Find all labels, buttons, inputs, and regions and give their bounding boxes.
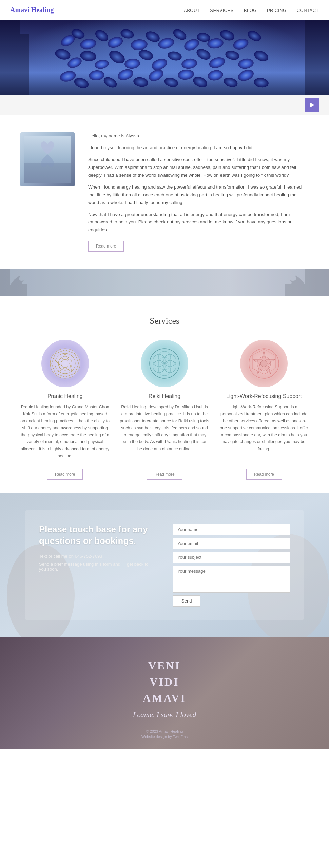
svg-point-21 — [124, 58, 140, 70]
pranic-read-more-button[interactable]: Read more — [47, 469, 83, 480]
about-text: Hello, my name is Alyssa. I found myself… — [88, 132, 309, 252]
pranic-name: Pranic Healing — [47, 393, 83, 399]
contact-phone-label: Text or call me on 646-752-7693 — [39, 554, 156, 559]
svg-point-3 — [93, 27, 110, 43]
svg-point-65 — [164, 360, 176, 373]
svg-point-38 — [163, 76, 179, 89]
about-para3: When I found energy healing and saw the … — [88, 183, 309, 207]
svg-point-36 — [133, 76, 149, 88]
nav-blog[interactable]: BLOG — [244, 8, 257, 13]
svg-point-22 — [137, 48, 154, 62]
contact-form: Send — [173, 524, 290, 607]
footer-design: Website design by TwinFins — [141, 735, 188, 739]
svg-point-64 — [153, 360, 165, 373]
svg-rect-45 — [0, 20, 20, 95]
pranic-desc: Pranic Healing founded by Grand Master C… — [20, 403, 110, 459]
play-section — [0, 95, 329, 115]
svg-point-4 — [106, 35, 124, 50]
nav-links: ABOUT SERVICES BLOG PRICING CONTACT — [184, 7, 319, 13]
svg-point-20 — [107, 48, 127, 66]
svg-rect-48 — [307, 31, 315, 95]
svg-point-29 — [237, 57, 255, 70]
svg-point-34 — [102, 75, 118, 90]
svg-rect-51 — [0, 269, 329, 296]
svg-point-43 — [236, 67, 255, 83]
svg-point-2 — [79, 38, 97, 51]
svg-point-26 — [195, 47, 212, 62]
svg-point-32 — [73, 76, 90, 90]
contact-left: Please touch base for any questions or b… — [39, 524, 156, 574]
navigation: Amavi Healing ABOUT SERVICES BLOG PRICIN… — [0, 0, 329, 20]
svg-rect-47 — [19, 34, 29, 95]
nav-services[interactable]: SERVICES — [210, 8, 234, 13]
footer-veni: VENI VIDI AMAVI — [143, 657, 186, 706]
svg-point-44 — [253, 77, 269, 88]
contact-email-input[interactable] — [173, 538, 290, 549]
service-card-lightwork: Light-Work-Refocusing Support Light-Work… — [219, 340, 309, 480]
svg-point-19 — [94, 59, 110, 70]
svg-point-15 — [246, 29, 263, 43]
nav-logo[interactable]: Amavi Healing — [10, 6, 54, 14]
svg-point-41 — [207, 69, 224, 82]
footer-copyright: © 2023 Amavi Healing — [146, 729, 183, 733]
svg-point-28 — [224, 49, 240, 61]
svg-point-24 — [167, 50, 182, 62]
svg-point-25 — [181, 58, 198, 70]
contact-name-input[interactable] — [173, 524, 290, 535]
contact-extra: Send a brief message using this form and… — [39, 561, 156, 572]
lightwork-name: Light-Work-Refocusing Support — [226, 393, 302, 399]
play-button[interactable] — [305, 98, 319, 112]
svg-point-70 — [260, 360, 267, 367]
svg-point-39 — [177, 68, 195, 81]
pranic-icon — [41, 340, 89, 387]
svg-point-16 — [54, 47, 72, 61]
services-grid: Pranic Healing Pranic Healing founded by… — [20, 340, 309, 480]
service-card-pranic: Pranic Healing Pranic Healing founded by… — [20, 340, 110, 480]
svg-point-27 — [208, 55, 227, 70]
svg-point-18 — [79, 50, 97, 62]
lightwork-desc: Light-Work-Refocusing Support is a perso… — [219, 403, 309, 459]
footer: VENI VIDI AMAVI I came, I saw, I loved ©… — [0, 637, 329, 749]
service-card-reiki: Reiki Healing Reiki Healing, developed b… — [120, 340, 209, 480]
svg-point-6 — [130, 39, 148, 51]
contact-phone: 646-752-7693 — [75, 554, 102, 559]
svg-point-42 — [222, 76, 239, 89]
butterfly-decoration — [0, 20, 329, 95]
about-read-more-button[interactable]: Read more — [88, 241, 124, 252]
contact-heading: Please touch base for any questions or b… — [39, 524, 156, 547]
contact-inner: Please touch base for any questions or b… — [25, 510, 304, 620]
lightwork-read-more-button[interactable]: Read more — [246, 469, 282, 480]
contact-send-button[interactable]: Send — [173, 595, 200, 607]
contact-section: Please touch base for any questions or b… — [0, 493, 329, 637]
footer-italic: I came, I saw, I loved — [133, 710, 196, 719]
services-title: Services — [20, 316, 309, 326]
reiki-name: Reiki Healing — [149, 393, 180, 399]
svg-point-40 — [191, 75, 209, 90]
nav-contact[interactable]: CONTACT — [297, 8, 319, 13]
about-image — [20, 132, 75, 186]
reiki-desc: Reiki Healing, developed by Dr. Mikao Us… — [120, 403, 209, 459]
svg-point-9 — [171, 27, 188, 42]
svg-point-35 — [116, 67, 135, 82]
about-para2: Since childhood I have been called a sen… — [88, 156, 309, 179]
reiki-read-more-button[interactable]: Read more — [147, 469, 182, 480]
about-section: Hello, my name is Alyssa. I found myself… — [0, 115, 329, 269]
contact-message-input[interactable] — [173, 566, 290, 593]
lightwork-icon — [240, 340, 288, 387]
svg-point-5 — [119, 28, 135, 40]
about-para1: I found myself learning the art and prac… — [88, 144, 309, 152]
hero-section — [0, 20, 329, 95]
nav-pricing[interactable]: PRICING — [267, 8, 287, 13]
about-greeting: Hello, my name is Alyssa. — [88, 132, 309, 140]
about-para4: Now that I have a greater understanding … — [88, 211, 309, 234]
reiki-icon — [141, 340, 188, 387]
services-section: Services Pranic Healing Pranic Healing f… — [0, 296, 329, 493]
svg-point-30 — [252, 49, 270, 63]
svg-point-14 — [232, 37, 250, 52]
divider-banner — [0, 269, 329, 296]
nav-about[interactable]: ABOUT — [184, 8, 200, 13]
svg-point-33 — [89, 70, 105, 81]
contact-subject-input[interactable] — [173, 552, 290, 563]
svg-rect-50 — [24, 163, 71, 183]
svg-point-8 — [157, 36, 175, 50]
